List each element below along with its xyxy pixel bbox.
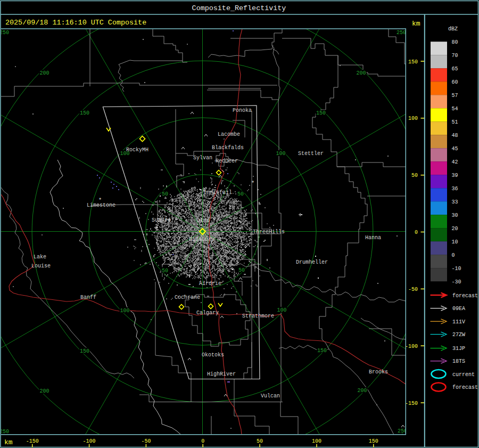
svg-text:-150: -150 (26, 438, 39, 444)
svg-text:150: 150 (80, 110, 89, 116)
svg-text:Louise: Louise (31, 263, 51, 269)
svg-text:Olds: Olds (197, 218, 210, 224)
svg-text:200: 200 (39, 70, 49, 76)
svg-text:100: 100 (277, 307, 286, 313)
svg-text:48: 48 (452, 133, 458, 139)
svg-text:10: 10 (452, 239, 458, 245)
svg-text:54: 54 (452, 106, 458, 112)
svg-text:RedDeer: RedDeer (216, 158, 238, 164)
svg-text:45: 45 (452, 146, 458, 152)
svg-text:150: 150 (316, 110, 326, 116)
svg-text:150: 150 (317, 348, 327, 354)
svg-text:dBZ: dBZ (448, 26, 458, 32)
svg-text:Calgary: Calgary (196, 310, 219, 316)
svg-text:Drumheller: Drumheller (296, 259, 328, 265)
svg-text:27ZW: 27ZW (452, 332, 465, 338)
svg-text:50: 50 (162, 268, 168, 274)
svg-text:forecast: forecast (452, 293, 478, 299)
svg-text:200: 200 (357, 70, 366, 76)
svg-text:Lake: Lake (34, 254, 46, 260)
svg-text:-150: -150 (405, 401, 418, 406)
svg-text:Vulcan: Vulcan (261, 393, 280, 399)
svg-text:Cochrane: Cochrane (175, 295, 200, 300)
svg-text:50: 50 (237, 191, 244, 197)
svg-text:70: 70 (452, 53, 458, 59)
svg-text:36: 36 (452, 186, 458, 192)
svg-text:Hanna: Hanna (365, 235, 381, 241)
svg-text:Airdrie: Airdrie (199, 281, 221, 287)
svg-text:-30: -30 (452, 279, 461, 285)
svg-text:33: 33 (452, 199, 458, 205)
svg-text:-10: -10 (452, 266, 461, 272)
svg-text:Composite_Reflectivity: Composite_Reflectivity (192, 4, 286, 12)
svg-text:100: 100 (276, 151, 285, 157)
svg-text:current: current (452, 372, 475, 378)
svg-text:100: 100 (408, 116, 418, 121)
svg-text:-50: -50 (141, 438, 151, 444)
svg-text:09EA: 09EA (452, 306, 465, 312)
svg-text:Limestone: Limestone (87, 202, 115, 208)
svg-text:0: 0 (452, 252, 455, 258)
svg-text:km: km (412, 20, 420, 28)
svg-text:*: * (251, 180, 255, 186)
svg-text:km: km (4, 438, 13, 446)
svg-text:150: 150 (408, 59, 418, 65)
svg-text:30: 30 (452, 213, 458, 218)
svg-text:50: 50 (411, 173, 418, 178)
svg-text:HighRiver: HighRiver (207, 371, 236, 377)
svg-text:Okotoks: Okotoks (202, 352, 224, 358)
svg-text:Ponoka: Ponoka (233, 108, 252, 113)
svg-text:Innisfail: Innisfail (203, 190, 232, 196)
svg-text:Stettler: Stettler (298, 151, 324, 157)
svg-text:18TS: 18TS (452, 359, 465, 364)
svg-text:Didsbury: Didsbury (189, 237, 214, 242)
svg-text:Lacombe: Lacombe (218, 132, 240, 137)
svg-text:250: 250 (0, 429, 9, 435)
svg-text:250: 250 (397, 30, 406, 36)
svg-text:100: 100 (120, 308, 129, 314)
svg-text:Sundre: Sundre (152, 217, 171, 223)
svg-text:Strathmore: Strathmore (242, 313, 274, 319)
svg-text:31JP: 31JP (452, 346, 465, 352)
svg-text:200: 200 (39, 388, 49, 394)
svg-text:20: 20 (452, 226, 458, 232)
svg-text:forecast: forecast (452, 385, 478, 390)
svg-text:200: 200 (358, 388, 367, 394)
svg-text:50: 50 (257, 438, 263, 444)
svg-text:0: 0 (415, 230, 418, 235)
svg-text:60: 60 (452, 79, 458, 85)
svg-text:-100: -100 (405, 344, 418, 349)
svg-text:42: 42 (452, 159, 458, 165)
svg-text:150: 150 (369, 438, 378, 444)
svg-text:-100: -100 (83, 438, 96, 444)
svg-text:80: 80 (452, 39, 458, 45)
svg-text:65: 65 (452, 66, 458, 72)
svg-text:150: 150 (80, 348, 89, 354)
svg-text:Brooks: Brooks (369, 369, 388, 375)
svg-text:2025/09/18 11:16:10 UTC Compos: 2025/09/18 11:16:10 UTC Composite (5, 19, 146, 27)
svg-text:-50: -50 (408, 287, 418, 292)
svg-text:51: 51 (452, 119, 458, 125)
svg-text:0: 0 (201, 438, 204, 444)
svg-text:Sylvan: Sylvan (193, 155, 212, 161)
svg-text:50: 50 (238, 267, 245, 273)
svg-text:111V: 111V (452, 319, 465, 325)
svg-text:39: 39 (452, 173, 458, 178)
svg-text:57: 57 (452, 93, 458, 99)
svg-text:Blackfalds: Blackfalds (212, 145, 244, 151)
svg-text:100: 100 (312, 438, 321, 444)
svg-text:50: 50 (162, 191, 168, 197)
svg-text:250: 250 (0, 30, 9, 36)
svg-text:Banff: Banff (80, 295, 96, 300)
svg-text:ThreeHills: ThreeHills (253, 229, 285, 235)
svg-text:RockyMH: RockyMH (126, 147, 148, 153)
